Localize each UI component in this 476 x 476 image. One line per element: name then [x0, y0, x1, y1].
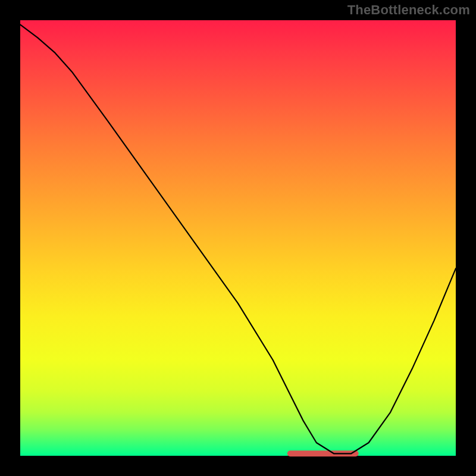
chart-frame: TheBottleneck.com: [0, 0, 476, 476]
attribution-label: TheBottleneck.com: [347, 2, 470, 18]
bottleneck-curve-svg: [20, 20, 456, 456]
gradient-plot-area: [20, 20, 456, 456]
bottleneck-curve: [20, 24, 456, 453]
